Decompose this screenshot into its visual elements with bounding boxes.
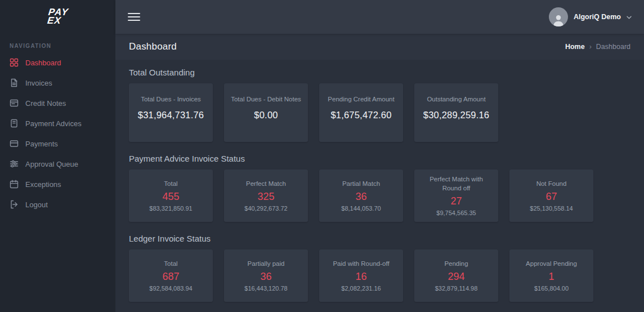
- card-label: Perfect Match: [241, 180, 291, 189]
- card-amount: $2,082,231.16: [341, 285, 381, 292]
- sidebar-item-label: Dashboard: [25, 59, 61, 67]
- card-label: Total: [159, 180, 182, 189]
- card-label: Partial Match: [337, 180, 385, 189]
- page-header: Dashboard Home › Dashboard: [115, 34, 644, 60]
- card-label: Total Dues - Invoices: [136, 95, 206, 104]
- card-count: 687: [162, 271, 179, 283]
- card-label: Approval Pending: [521, 260, 582, 269]
- stat-card: Perfect Match with Round off27$9,754,565…: [414, 170, 498, 222]
- section-payment-advice-invoice-status: Payment Advice Invoice StatusTotal455$83…: [129, 154, 630, 222]
- stat-card: Approval Pending1$165,804.00: [509, 249, 593, 302]
- section-title: Ledger Invoice Status: [129, 234, 630, 243]
- sidebar-item-approval-queue[interactable]: Approval Queue: [0, 154, 115, 174]
- card-amount: $83,321,850.91: [149, 205, 192, 212]
- sidebar-item-label: Exceptions: [25, 180, 61, 189]
- menu-toggle-icon[interactable]: [128, 11, 140, 23]
- stat-card: Perfect Match325$40,292,673.72: [224, 170, 308, 222]
- sidebar-item-label: Payments: [25, 140, 58, 148]
- card-label: Perfect Match with Round off: [414, 175, 498, 193]
- brand-logo-text: PAY EX: [47, 8, 69, 25]
- card-lines-icon: [10, 99, 19, 108]
- card-count: 455: [162, 191, 179, 203]
- user-menu[interactable]: AlgoriQ Demo: [549, 7, 632, 26]
- file-text-icon: [10, 78, 19, 87]
- avatar: [549, 7, 568, 26]
- sliders-icon: [10, 159, 19, 168]
- sidebar-item-exceptions[interactable]: Exceptions: [0, 174, 115, 194]
- credit-card-icon: [10, 139, 19, 148]
- topbar: AlgoriQ Demo: [115, 0, 644, 34]
- card-value: $30,289,259.16: [423, 110, 490, 121]
- section-total-outstanding: Total OutstandingTotal Dues - Invoices$3…: [129, 68, 630, 142]
- card-count: 16: [355, 271, 366, 283]
- breadcrumb: Home › Dashboard: [565, 43, 630, 51]
- sidebar: PAY EX NAVIGATION DashboardInvoicesCredi…: [0, 0, 115, 312]
- card-label: Partially paid: [243, 260, 290, 269]
- sidebar-nav: DashboardInvoicesCredit NotesPayment Adv…: [0, 52, 115, 215]
- card-label: Total Dues - Debit Notes: [226, 95, 306, 104]
- app: PAY EX NAVIGATION DashboardInvoicesCredi…: [0, 0, 644, 312]
- section-title: Total Outstanding: [129, 68, 630, 77]
- book-icon: [10, 119, 19, 128]
- card-count: 1: [548, 271, 554, 283]
- stat-card: Partial Match36$8,144,053.70: [319, 170, 403, 222]
- stat-card: Total Dues - Debit Notes$0.00: [224, 83, 308, 142]
- card-count: 294: [448, 271, 464, 283]
- stat-card: Pending294$32,879,114.98: [414, 249, 498, 302]
- chevron-down-icon: [627, 16, 632, 19]
- card-amount: $40,292,673.72: [244, 205, 287, 212]
- sidebar-item-credit-notes[interactable]: Credit Notes: [0, 93, 115, 113]
- sidebar-item-label: Payment Advices: [25, 119, 82, 128]
- page-title: Dashboard: [129, 41, 177, 52]
- stat-card: Paid with Round-off16$2,082,231.16: [319, 249, 403, 302]
- card-amount: $8,144,053.70: [341, 205, 381, 212]
- calendar-icon: [10, 180, 19, 189]
- card-value: $0.00: [254, 110, 278, 121]
- card-grid: Total455$83,321,850.91Perfect Match325$4…: [129, 170, 630, 222]
- sidebar-item-label: Approval Queue: [25, 160, 78, 168]
- sidebar-item-payments[interactable]: Payments: [0, 133, 115, 154]
- card-count: 36: [355, 191, 366, 203]
- sidebar-item-label: Logout: [25, 200, 48, 209]
- card-count: 67: [545, 191, 557, 203]
- sidebar-item-label: Invoices: [25, 79, 52, 87]
- section-title: Payment Advice Invoice Status: [129, 154, 630, 163]
- sidebar-item-dashboard[interactable]: Dashboard: [0, 52, 115, 73]
- user-name: AlgoriQ Demo: [574, 13, 621, 21]
- stat-card: Not Found67$25,130,558.14: [509, 170, 593, 222]
- card-label: Pending Credit Amount: [323, 95, 399, 104]
- card-label: Not Found: [531, 180, 572, 189]
- grid-icon: [10, 58, 19, 67]
- card-count: 325: [257, 191, 274, 203]
- card-label: Paid with Round-off: [328, 260, 394, 269]
- sidebar-item-invoices[interactable]: Invoices: [0, 73, 115, 93]
- sidebar-item-payment-advices[interactable]: Payment Advices: [0, 113, 115, 133]
- card-value: $1,675,472.60: [330, 110, 391, 121]
- card-label: Pending: [439, 260, 473, 269]
- logout-icon: [10, 200, 19, 209]
- stat-card: Pending Credit Amount$1,675,472.60: [319, 83, 403, 142]
- sidebar-item-logout[interactable]: Logout: [0, 194, 115, 215]
- card-amount: $32,879,114.98: [435, 285, 478, 292]
- card-grid: Total Dues - Invoices$31,964,731.76Total…: [129, 83, 630, 142]
- section-ledger-invoice-status: Ledger Invoice StatusTotal687$92,584,083…: [129, 234, 630, 302]
- breadcrumb-home[interactable]: Home: [565, 43, 585, 51]
- card-amount: $9,754,565.35: [436, 210, 476, 216]
- content: Total OutstandingTotal Dues - Invoices$3…: [115, 60, 644, 312]
- logo-line2: EX: [47, 17, 68, 25]
- brand-logo[interactable]: PAY EX: [0, 0, 115, 34]
- card-amount: $165,804.00: [534, 285, 569, 292]
- stat-card: Outstanding Amount$30,289,259.16: [414, 83, 498, 142]
- main-column: AlgoriQ Demo Dashboard Home › Dashboard …: [115, 0, 644, 312]
- sidebar-item-label: Credit Notes: [25, 99, 66, 108]
- card-label: Outstanding Amount: [422, 95, 490, 104]
- breadcrumb-current: Dashboard: [596, 43, 630, 51]
- card-amount: $92,584,083.94: [149, 285, 192, 292]
- card-amount: $25,130,558.14: [530, 205, 573, 212]
- stat-card: Partially paid36$16,443,120.78: [224, 249, 308, 302]
- card-amount: $16,443,120.78: [244, 285, 287, 292]
- breadcrumb-separator-icon: ›: [589, 43, 592, 51]
- stat-card: Total Dues - Invoices$31,964,731.76: [129, 83, 213, 142]
- card-label: Total: [159, 260, 182, 269]
- card-count: 27: [450, 195, 462, 207]
